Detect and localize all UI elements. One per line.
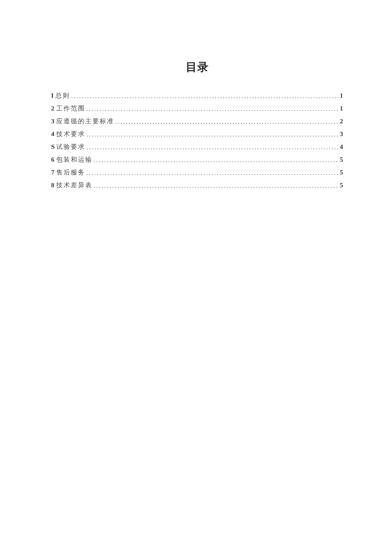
toc-entry-number: 2 [51, 105, 55, 112]
toc-entry[interactable]: 4 技术要求 3 [51, 131, 343, 137]
toc-entry-label: 技术要求 [56, 131, 85, 137]
page-title: 目录 [51, 60, 343, 75]
toc-entry-page: 5 [340, 157, 343, 163]
toc-entry-page: 5 [340, 182, 343, 189]
toc-entry[interactable]: 2 工作范围 1 [51, 105, 343, 112]
toc-entry[interactable]: I 总则 1 [51, 93, 343, 99]
document-page: 目录 I 总则 1 2 工作范围 1 3 应遵循的主要标准 2 4 技术要求 3… [0, 0, 392, 555]
toc-entry[interactable]: 3 应遵循的主要标准 2 [51, 118, 343, 125]
toc-dot-leader [114, 119, 339, 125]
toc-entry-page: 4 [340, 144, 343, 150]
toc-entry-page: 1 [340, 105, 343, 112]
toc-dot-leader [92, 183, 339, 189]
toc-entry-number: 4 [51, 131, 55, 137]
toc-entry[interactable]: S 试验要求 4 [51, 144, 343, 150]
toc-entry-label: 应遵循的主要标准 [56, 118, 114, 125]
toc-dot-leader [70, 93, 339, 99]
table-of-contents: I 总则 1 2 工作范围 1 3 应遵循的主要标准 2 4 技术要求 3 S … [51, 93, 343, 189]
toc-entry-label: 试验要求 [56, 144, 85, 150]
toc-dot-leader [92, 157, 339, 163]
toc-dot-leader [85, 144, 339, 151]
toc-entry[interactable]: 6 包装和运输 5 [51, 157, 343, 163]
toc-entry-label: 技术差异表 [56, 182, 92, 189]
toc-entry-label: 总则 [55, 93, 70, 99]
toc-dot-leader [85, 106, 339, 112]
toc-entry-number: I [51, 93, 54, 99]
toc-entry-label: 工作范围 [56, 105, 85, 112]
toc-entry[interactable]: 8 技术差异表 5 [51, 182, 343, 189]
toc-entry[interactable]: 7 售后服务 5 [51, 169, 343, 176]
toc-entry-number: 6 [51, 157, 55, 163]
toc-entry-page: 1 [340, 93, 343, 99]
toc-entry-page: 2 [340, 118, 343, 125]
toc-entry-page: 3 [340, 131, 343, 137]
toc-dot-leader [85, 170, 339, 176]
toc-entry-label: 包装和运输 [56, 157, 92, 163]
toc-entry-number: 7 [51, 169, 55, 176]
toc-entry-number: S [51, 144, 55, 150]
toc-entry-number: 8 [51, 182, 55, 189]
toc-entry-number: 3 [51, 118, 55, 125]
toc-entry-page: 5 [340, 169, 343, 176]
toc-entry-label: 售后服务 [56, 169, 85, 176]
toc-dot-leader [85, 131, 339, 138]
